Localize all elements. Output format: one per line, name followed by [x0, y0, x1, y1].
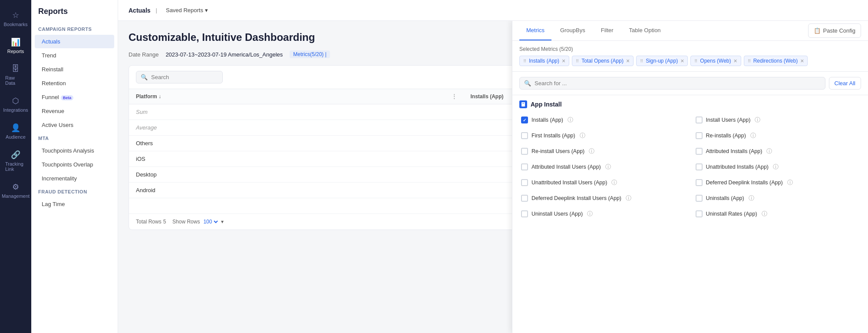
nav-item-reports[interactable]: 📊 Reports — [3, 34, 29, 57]
info-icon[interactable]: ⓘ — [787, 179, 793, 186]
metric-item[interactable]: Attributed Install Users (App) ⓘ — [519, 160, 687, 173]
nav-item-management[interactable]: ⚙ Management — [3, 179, 29, 202]
sidebar-item-incrementality[interactable]: Incrementality — [35, 172, 114, 185]
info-icon[interactable]: ⓘ — [773, 163, 779, 171]
metric-item[interactable]: Attributed Installs (App) ⓘ — [694, 145, 861, 158]
remove-chip-button[interactable]: × — [680, 58, 684, 64]
fraud-detection-label: FRAUD DETECTION — [31, 186, 118, 197]
metric-checkbox[interactable] — [696, 179, 703, 186]
nav-item-integrations[interactable]: ⬡ Integrations — [3, 93, 29, 116]
metric-name: Deferred Deeplink Installs (App) — [706, 180, 783, 186]
show-rows-select[interactable]: 100 50 25 — [201, 218, 219, 225]
remove-chip-button[interactable]: × — [562, 58, 565, 64]
metric-checkbox[interactable] — [521, 210, 528, 217]
info-icon[interactable]: ⓘ — [589, 147, 594, 155]
metric-item[interactable]: Deferred Deeplink Installs (App) ⓘ — [694, 176, 861, 189]
info-icon[interactable]: ⓘ — [749, 194, 754, 202]
sidebar-item-reinstall[interactable]: Reinstall — [35, 63, 114, 76]
beta-badge: Beta — [61, 95, 74, 100]
nav-item-label: Reports — [7, 49, 24, 54]
info-icon[interactable]: ⓘ — [750, 132, 756, 140]
metric-name: Uninstall Users (App) — [531, 211, 583, 217]
metric-item[interactable]: First Installs (App) ⓘ — [519, 129, 687, 142]
metric-item[interactable]: Deferred Deeplink Install Users (App) ⓘ — [519, 192, 687, 205]
metric-item[interactable]: Installs (App) ⓘ — [519, 113, 687, 127]
metric-checkbox[interactable] — [696, 132, 703, 139]
col-platform[interactable]: Platform ↓ ⋮ — [129, 89, 464, 104]
metric-item[interactable]: Re-installs (App) ⓘ — [694, 129, 861, 142]
metric-checkbox[interactable] — [521, 179, 528, 186]
metric-item[interactable]: Uninstall Rates (App) ⓘ — [694, 207, 861, 220]
remove-chip-button[interactable]: × — [734, 58, 737, 64]
platform-cell: Desktop — [129, 167, 464, 183]
sidebar-item-funnel[interactable]: FunnelBeta — [35, 90, 114, 104]
sidebar-item-lag-time[interactable]: Lag Time — [35, 197, 114, 211]
info-icon[interactable]: ⓘ — [580, 132, 585, 140]
metric-item[interactable]: Unattributed Installs (App) ⓘ — [694, 160, 861, 173]
drag-handle-icon: ⠿ — [576, 59, 579, 63]
search-icon: 🔍 — [141, 74, 148, 80]
info-icon[interactable]: ⓘ — [611, 179, 617, 186]
tab-table-option[interactable]: Table Option — [622, 21, 668, 40]
metric-checkbox[interactable] — [696, 163, 703, 170]
metric-checkbox[interactable] — [521, 163, 528, 170]
info-icon[interactable]: ⓘ — [626, 194, 631, 202]
metric-name: Unattributed Install Users (App) — [531, 180, 607, 186]
info-icon[interactable]: ⓘ — [568, 116, 573, 124]
metric-item[interactable]: Install Users (App) ⓘ — [694, 113, 861, 127]
total-rows-label: Total Rows — [136, 219, 162, 225]
sidebar-item-revenue[interactable]: Revenue — [35, 104, 114, 118]
metric-checkbox[interactable] — [521, 132, 528, 139]
info-icon[interactable]: ⓘ — [605, 163, 611, 171]
search-icon: 🔍 — [524, 80, 531, 87]
metric-group-app-install: App Install — [519, 100, 861, 108]
metric-checkbox[interactable] — [521, 148, 528, 155]
search-input-wrap[interactable]: 🔍 — [136, 71, 223, 83]
metrics-chip[interactable]: Metrics(5/20) | — [290, 50, 330, 58]
reports-icon: 📊 — [11, 37, 20, 47]
metric-checkbox[interactable] — [521, 117, 528, 123]
metric-checkbox[interactable] — [696, 195, 703, 202]
metric-checkbox[interactable] — [696, 210, 703, 217]
remove-chip-button[interactable]: × — [800, 58, 804, 64]
tab-metrics[interactable]: Metrics — [519, 21, 551, 40]
sidebar-title: Reports — [31, 7, 118, 23]
nav-item-bookmarks[interactable]: ☆ Bookmarks — [3, 7, 29, 30]
search-input[interactable] — [151, 74, 216, 80]
campaign-reports-label: CAMPAIGN REPORTS — [31, 23, 118, 34]
metrics-search-input[interactable] — [535, 80, 821, 87]
metric-item[interactable]: Uninstalls (App) ⓘ — [694, 192, 861, 205]
sidebar-item-active-users[interactable]: Active Users — [35, 118, 114, 132]
saved-reports-button[interactable]: Saved Reports ▾ — [162, 5, 211, 15]
nav-item-label: Audience — [6, 134, 26, 140]
col-options-icon[interactable]: ⋮ — [452, 93, 457, 100]
info-icon[interactable]: ⓘ — [755, 116, 760, 124]
tracking-link-icon: 🔗 — [11, 150, 20, 160]
sidebar-item-actuals[interactable]: Actuals — [35, 35, 114, 48]
sidebar-item-trend[interactable]: Trend — [35, 49, 114, 62]
nav-item-tracking-link[interactable]: 🔗 Tracking Link — [3, 147, 29, 175]
svg-rect-0 — [521, 102, 525, 107]
tab-groupbys[interactable]: GroupBys — [553, 21, 592, 40]
info-icon[interactable]: ⓘ — [587, 210, 593, 218]
info-icon[interactable]: ⓘ — [762, 210, 767, 218]
remove-chip-button[interactable]: × — [626, 58, 630, 64]
sidebar-item-retention[interactable]: Retention — [35, 77, 114, 90]
chip-label: Redirections (Web) — [753, 58, 798, 64]
paste-config-button[interactable]: 📋 Paste Config — [808, 23, 861, 38]
metric-checkbox[interactable] — [521, 195, 528, 202]
metrics-search-wrap: 🔍 — [519, 77, 825, 90]
nav-item-raw-data[interactable]: 🗄 Raw Data — [3, 61, 29, 89]
metric-checkbox[interactable] — [696, 148, 703, 155]
metric-item[interactable]: Re-install Users (App) ⓘ — [519, 145, 687, 158]
tab-filter[interactable]: Filter — [594, 21, 620, 40]
metric-checkbox[interactable] — [696, 117, 703, 123]
nav-item-audience[interactable]: 👤 Audience — [3, 120, 29, 143]
metric-item[interactable]: Uninstall Users (App) ⓘ — [519, 207, 687, 220]
info-icon[interactable]: ⓘ — [766, 147, 772, 155]
sidebar-item-touchpoints-analysis[interactable]: Touchpoints Analysis — [35, 144, 114, 157]
platform-cell: iOS — [129, 151, 464, 167]
clear-all-button[interactable]: Clear All — [829, 77, 861, 90]
sidebar-item-touchpoints-overlap[interactable]: Touchpoints Overlap — [35, 158, 114, 171]
metric-item[interactable]: Unattributed Install Users (App) ⓘ — [519, 176, 687, 189]
